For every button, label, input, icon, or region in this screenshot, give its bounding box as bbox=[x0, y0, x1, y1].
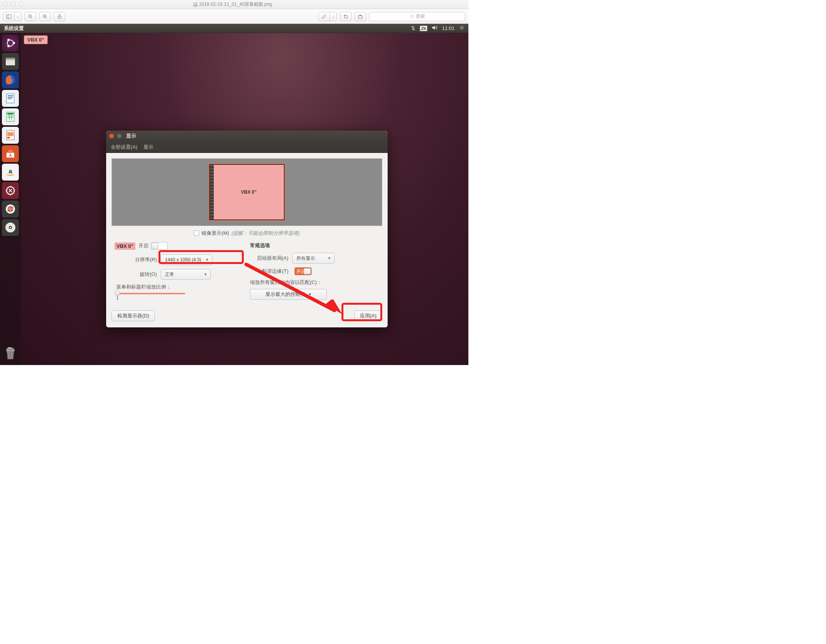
svg-rect-30 bbox=[7, 113, 13, 115]
software-center-icon[interactable]: A bbox=[2, 145, 19, 162]
ubuntu-desktop: 系统设置 ⇅ Zh 11:01 A a A VBX 0" 显示 bbox=[0, 24, 468, 365]
svg-rect-27 bbox=[8, 97, 13, 98]
svg-line-15 bbox=[413, 17, 414, 18]
breadcrumb-current: 显示 bbox=[143, 144, 153, 151]
dropdown-icon: ⌵ bbox=[273, 3, 275, 7]
zoom-in-button[interactable] bbox=[39, 12, 51, 21]
volume-icon[interactable] bbox=[432, 25, 437, 32]
firefox-icon[interactable] bbox=[2, 71, 19, 88]
resolution-select[interactable]: 1440 x 1050 (4:3) bbox=[161, 254, 212, 265]
mac-toolbar: ⌵ ⌵ 搜索 bbox=[0, 9, 468, 24]
zoom-out-button[interactable] bbox=[25, 12, 36, 21]
dialog-titlebar[interactable]: 显示 bbox=[106, 131, 388, 141]
app-menu-title[interactable]: 系统设置 bbox=[4, 25, 24, 32]
scale-all-label: 缩放所有窗口的内容以匹配(C)： bbox=[250, 279, 379, 286]
dialog-breadcrumb: 全部设置(A) 显示 bbox=[106, 141, 388, 153]
svg-rect-28 bbox=[8, 98, 12, 99]
scale-slider[interactable] bbox=[116, 293, 185, 294]
svg-rect-23 bbox=[6, 61, 15, 65]
svg-rect-11 bbox=[345, 15, 347, 18]
scale-mode-button-label: 显示最大的控制项 bbox=[265, 291, 305, 298]
rotate-button[interactable] bbox=[340, 12, 351, 21]
sticky-edges-switch[interactable]: 开启 bbox=[295, 267, 311, 275]
trash-icon[interactable] bbox=[2, 345, 19, 362]
mac-close-button[interactable] bbox=[3, 2, 8, 7]
detect-displays-label: 检测显示器(D) bbox=[117, 312, 149, 319]
launcher-placement-value: 所有显示 bbox=[296, 255, 315, 262]
svg-line-4 bbox=[31, 17, 32, 18]
share-button[interactable] bbox=[54, 12, 65, 21]
svg-point-45 bbox=[10, 227, 11, 228]
rotation-label: 旋转(O) bbox=[115, 271, 161, 278]
general-section-header: 常规选项 bbox=[250, 242, 379, 249]
svg-point-14 bbox=[410, 15, 413, 17]
settings-icon[interactable] bbox=[2, 182, 19, 199]
mac-titlebar: 2016-01-15 11_01_40屏幕截图.png ⌵ bbox=[0, 0, 468, 9]
writer-icon[interactable] bbox=[2, 90, 19, 107]
monitor-preview-label: VBX 0" bbox=[241, 189, 256, 195]
monitor-preview[interactable]: VBX 0" bbox=[208, 163, 285, 221]
gear-icon[interactable] bbox=[459, 25, 465, 32]
svg-point-19 bbox=[7, 39, 10, 41]
display-settings-dialog: 显示 全部设置(A) 显示 VBX 0" 镜像显示(M) (提醒：可能会限制分辨… bbox=[106, 131, 388, 327]
rotation-select[interactable]: 正常 bbox=[161, 269, 211, 280]
svg-rect-13 bbox=[360, 15, 361, 16]
markup-button[interactable] bbox=[318, 12, 330, 21]
updater-icon[interactable]: A bbox=[2, 201, 19, 217]
files-icon[interactable] bbox=[2, 53, 19, 70]
display-name-badge: VBX 0" bbox=[115, 242, 135, 250]
mac-minimize-button[interactable] bbox=[11, 2, 15, 7]
ubuntu-menubar: 系统设置 ⇅ Zh 11:01 bbox=[0, 24, 468, 33]
mac-window-title: 2016-01-15 11_01_40屏幕截图.png bbox=[199, 1, 272, 8]
svg-rect-26 bbox=[8, 95, 13, 96]
apply-button-label: 应用(A) bbox=[360, 312, 376, 319]
mirror-hint: (提醒：可能会限制分辨率选项) bbox=[231, 230, 300, 237]
calc-icon[interactable] bbox=[2, 108, 19, 125]
dash-icon[interactable] bbox=[2, 35, 19, 51]
apply-button[interactable]: 应用(A) bbox=[354, 310, 382, 321]
disc-icon[interactable] bbox=[2, 219, 19, 236]
svg-line-7 bbox=[46, 17, 47, 18]
launcher-placement-label: 启动器布局(A) bbox=[250, 255, 292, 262]
amazon-icon[interactable]: a bbox=[2, 164, 19, 181]
network-icon[interactable]: ⇅ bbox=[411, 25, 415, 31]
image-file-icon bbox=[193, 2, 198, 7]
svg-rect-0 bbox=[193, 2, 198, 7]
scale-value: 1 bbox=[116, 295, 244, 300]
search-input[interactable]: 搜索 bbox=[369, 12, 465, 21]
svg-point-16 bbox=[461, 27, 463, 28]
dialog-title: 显示 bbox=[126, 133, 136, 139]
rotation-value: 正常 bbox=[165, 271, 174, 278]
display-switch-label: 开启 bbox=[138, 242, 148, 249]
svg-rect-36 bbox=[7, 132, 13, 136]
display-enable-switch[interactable] bbox=[151, 242, 168, 250]
svg-point-20 bbox=[7, 45, 10, 47]
markup-menu-button[interactable]: ⌵ bbox=[330, 12, 337, 21]
sidebar-toggle-button[interactable] bbox=[3, 12, 15, 21]
clock[interactable]: 11:01 bbox=[442, 25, 455, 31]
impress-icon[interactable] bbox=[2, 127, 19, 144]
svg-rect-37 bbox=[7, 137, 10, 138]
svg-rect-1 bbox=[7, 15, 11, 18]
detect-displays-button[interactable]: 检测显示器(D) bbox=[112, 310, 155, 321]
search-placeholder: 搜索 bbox=[416, 13, 425, 20]
resolution-value: 1440 x 1050 (4:3) bbox=[165, 257, 201, 262]
window-close-button[interactable] bbox=[109, 134, 114, 138]
svg-rect-12 bbox=[358, 16, 362, 18]
display-preview[interactable]: VBX 0" bbox=[112, 158, 382, 226]
display-task-button[interactable]: VBX 0" bbox=[24, 35, 48, 44]
ime-indicator[interactable]: Zh bbox=[420, 26, 427, 31]
mirror-label: 镜像显示(M) bbox=[202, 230, 229, 237]
breadcrumb-all-settings[interactable]: 全部设置(A) bbox=[111, 144, 137, 151]
mirror-checkbox[interactable] bbox=[194, 231, 199, 236]
svg-text:a: a bbox=[9, 168, 12, 174]
toolbox-button[interactable] bbox=[355, 12, 366, 21]
resolution-label: 分辨率(R) bbox=[115, 256, 161, 263]
mac-zoom-button[interactable] bbox=[18, 2, 23, 7]
window-minimize-button[interactable] bbox=[117, 134, 122, 138]
scale-mode-button[interactable]: 显示最大的控制项▼ bbox=[250, 289, 327, 300]
svg-text:A: A bbox=[9, 153, 12, 158]
scale-label: 菜单和标题栏缩放比例： bbox=[116, 284, 244, 290]
launcher-placement-select[interactable]: 所有显示 bbox=[292, 253, 335, 264]
sidebar-menu-button[interactable]: ⌵ bbox=[15, 12, 22, 21]
